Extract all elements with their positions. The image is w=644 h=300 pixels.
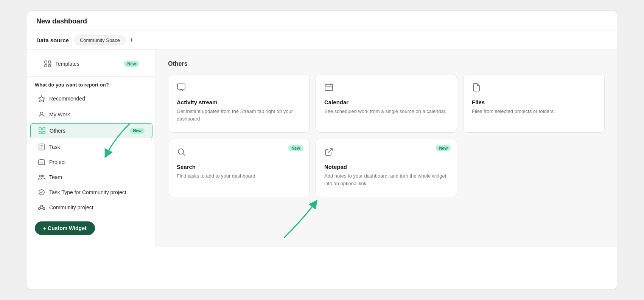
svg-rect-25	[177, 84, 185, 89]
svg-rect-6	[39, 128, 41, 130]
search-desc: Find tasks to add to your dashboard.	[177, 172, 301, 180]
others-label: Others	[50, 128, 126, 134]
task-type-icon	[38, 189, 45, 196]
notepad-title: Notepad	[324, 164, 448, 170]
svg-line-32	[328, 148, 332, 153]
widget-card-files[interactable]: Files Files from selected projects or fo…	[463, 74, 605, 133]
sidebar: Templates New What do you want to report…	[27, 50, 156, 247]
svg-marker-4	[39, 96, 45, 102]
widget-card-search[interactable]: New Search Find tasks to add to your das…	[168, 139, 310, 197]
sidebar-item-my-work[interactable]: My Work	[30, 107, 152, 122]
chat-icon	[177, 83, 301, 94]
calendar-icon	[324, 83, 448, 94]
data-source-bar: Data source Community Space +	[27, 31, 617, 50]
svg-rect-9	[43, 131, 45, 134]
svg-rect-7	[43, 128, 45, 130]
svg-rect-26	[325, 84, 333, 91]
content-area: Others Activity stream Get instant updat…	[156, 50, 617, 247]
templates-label: Templates	[55, 61, 120, 67]
svg-point-30	[178, 149, 184, 154]
activity-stream-title: Activity stream	[177, 99, 301, 105]
sidebar-item-project[interactable]: Project	[30, 155, 152, 169]
data-source-label: Data source	[36, 37, 69, 43]
grid-icon	[38, 127, 46, 135]
widget-card-activity-stream[interactable]: Activity stream Get instant updates from…	[168, 74, 310, 133]
team-icon	[38, 173, 45, 181]
sidebar-item-templates[interactable]: Templates New	[36, 57, 146, 71]
templates-icon	[44, 60, 51, 68]
sidebar-bottom: + Custom Widget	[27, 215, 156, 241]
sidebar-item-community-project[interactable]: Community project	[30, 200, 152, 215]
main-content: Templates New What do you want to report…	[27, 50, 617, 247]
sidebar-sub-items: Task Project	[27, 139, 156, 215]
svg-rect-1	[48, 61, 51, 63]
svg-point-16	[40, 175, 42, 177]
section-title: Others	[168, 60, 605, 67]
project-label: Project	[49, 159, 145, 165]
sidebar-item-task[interactable]: Task	[30, 140, 152, 154]
files-title: Files	[472, 99, 596, 105]
task-icon	[38, 143, 45, 151]
search-title: Search	[177, 164, 301, 170]
team-label: Team	[49, 174, 145, 180]
svg-line-22	[40, 207, 41, 208]
activity-stream-desc: Get instant updates from the Stream tab …	[177, 108, 301, 122]
page-title: New dashboard	[27, 11, 617, 31]
svg-rect-0	[45, 61, 47, 63]
notepad-new-badge: New	[436, 145, 451, 151]
others-new-badge: New	[130, 128, 145, 134]
widget-grid: Activity stream Get instant updates from…	[168, 74, 605, 197]
svg-point-17	[42, 175, 44, 177]
sidebar-item-recommended[interactable]: Recommended	[30, 91, 152, 106]
project-icon	[38, 158, 45, 166]
widget-card-notepad[interactable]: New Notepad Add notes to your dashboard,…	[316, 139, 457, 197]
arrow-to-notepad	[273, 196, 322, 241]
sidebar-item-others[interactable]: Others New	[30, 123, 152, 138]
svg-point-5	[40, 112, 43, 115]
community-project-label: Community project	[49, 204, 145, 210]
file-icon	[472, 83, 596, 94]
task-label: Task	[49, 144, 145, 150]
svg-point-20	[39, 208, 40, 210]
svg-rect-2	[45, 65, 47, 67]
calendar-title: Calendar	[324, 99, 448, 105]
svg-rect-3	[48, 65, 51, 67]
add-datasource-button[interactable]: +	[129, 36, 134, 44]
task-type-label: Task Type for Community project	[49, 189, 145, 195]
svg-line-23	[42, 207, 43, 208]
notepad-desc: Add notes to your dashboard, and turn th…	[324, 172, 448, 187]
sidebar-templates-section: Templates New	[27, 56, 156, 77]
data-source-chip[interactable]: Community Space	[74, 36, 126, 45]
svg-line-31	[183, 154, 185, 156]
calendar-desc: See scheduled work from a single source …	[324, 108, 448, 115]
files-desc: Files from selected projects or folders.	[472, 108, 596, 115]
main-container: New dashboard Data source Community Spac…	[27, 10, 617, 290]
star-icon	[38, 95, 45, 102]
search-new-badge: New	[288, 145, 303, 151]
recommended-label: Recommended	[49, 96, 145, 102]
svg-point-21	[43, 208, 45, 210]
widget-card-calendar[interactable]: Calendar See scheduled work from a singl…	[316, 74, 457, 133]
search-icon	[177, 147, 301, 158]
custom-widget-button[interactable]: + Custom Widget	[35, 221, 95, 235]
community-icon	[38, 204, 45, 211]
my-work-label: My Work	[49, 111, 145, 118]
report-question-label: What do you want to report on?	[27, 77, 156, 91]
sidebar-item-task-type[interactable]: Task Type for Community project	[30, 185, 152, 199]
svg-rect-8	[39, 131, 41, 134]
svg-point-19	[41, 205, 43, 207]
external-link-icon	[324, 147, 448, 158]
sidebar-item-team[interactable]: Team	[30, 170, 152, 184]
templates-new-badge: New	[124, 61, 139, 67]
person-icon	[38, 111, 45, 118]
